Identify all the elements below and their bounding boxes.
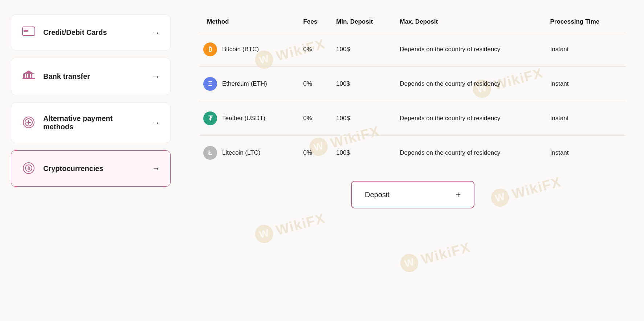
fees-cell: 0% — [298, 32, 331, 67]
alternative-label: Alternative payment methods — [43, 114, 145, 131]
svg-text:₿: ₿ — [28, 166, 30, 171]
credit-debit-arrow: → — [152, 28, 160, 37]
eth-icon: Ξ — [203, 77, 217, 91]
method-cell: ₿ Bitcoin (BTC) — [203, 42, 293, 56]
svg-rect-4 — [28, 74, 30, 78]
fees-cell: 0% — [298, 101, 331, 136]
min-deposit-cell: 100$ — [331, 136, 395, 170]
method-cell: Ξ Ethereum (ETH) — [203, 77, 293, 91]
alternative-arrow: → — [152, 118, 160, 127]
table-row: ₮ Teather (USDT) 0% 100$ Depends on the … — [200, 101, 626, 136]
min-deposit-cell: 100$ — [331, 67, 395, 101]
deposit-label: Deposit — [365, 191, 390, 199]
svg-rect-2 — [23, 74, 25, 78]
col-processing-time: Processing Time — [545, 15, 626, 32]
payment-item-alternative[interactable]: Alternative payment methods → — [11, 102, 171, 143]
svg-rect-6 — [23, 78, 35, 79]
method-cell: ₮ Teather (USDT) — [203, 111, 293, 125]
payment-item-crypto[interactable]: ₿ Cryptocurrencies → — [11, 150, 171, 187]
crypto-icon: ₿ — [21, 162, 36, 175]
bank-icon — [21, 70, 36, 83]
method-name: Ethereum (ETH) — [222, 80, 267, 88]
method-name: Litecoin (LTC) — [222, 149, 261, 157]
max-deposit-cell: Depends on the country of residency — [395, 32, 545, 67]
processing-time-cell: Instant — [545, 101, 626, 136]
right-panel: Method Fees Min. Deposit Max. Deposit Pr… — [182, 0, 644, 321]
bank-transfer-label: Bank transfer — [43, 72, 145, 81]
table-header-row: Method Fees Min. Deposit Max. Deposit Pr… — [200, 15, 626, 32]
plus-icon: + — [456, 190, 461, 200]
processing-time-cell: Instant — [545, 136, 626, 170]
crypto-arrow: → — [152, 164, 160, 173]
card-icon — [21, 27, 36, 38]
processing-time-cell: Instant — [545, 32, 626, 67]
max-deposit-cell: Depends on the country of residency — [395, 67, 545, 101]
table-row: Ξ Ethereum (ETH) 0% 100$ Depends on the … — [200, 67, 626, 101]
btc-icon: ₿ — [203, 42, 217, 56]
fees-cell: 0% — [298, 67, 331, 101]
max-deposit-cell: Depends on the country of residency — [395, 136, 545, 170]
ltc-icon: Ł — [203, 146, 217, 160]
col-min-deposit: Min. Deposit — [331, 15, 395, 32]
fees-cell: 0% — [298, 136, 331, 170]
method-name: Bitcoin (BTC) — [222, 46, 259, 53]
table-row: ₿ Bitcoin (BTC) 0% 100$ Depends on the c… — [200, 32, 626, 67]
col-max-deposit: Max. Deposit — [395, 15, 545, 32]
col-fees: Fees — [298, 15, 331, 32]
left-panel: Credit/Debit Cards → Bank transfer → — [0, 0, 182, 321]
usdt-icon: ₮ — [203, 111, 217, 125]
payment-item-bank-transfer[interactable]: Bank transfer → — [11, 58, 171, 95]
svg-marker-7 — [23, 70, 34, 74]
credit-debit-label: Credit/Debit Cards — [43, 28, 145, 37]
page-container: W WikiFX W WikiFX W WikiFX W WikiFX W Wi… — [0, 0, 644, 321]
processing-time-cell: Instant — [545, 67, 626, 101]
crypto-label: Cryptocurrencies — [43, 164, 145, 173]
payment-item-credit-debit[interactable]: Credit/Debit Cards → — [11, 15, 171, 50]
svg-rect-1 — [24, 30, 28, 32]
method-cell: Ł Litecoin (LTC) — [203, 146, 293, 160]
col-method: Method — [200, 15, 298, 32]
min-deposit-cell: 100$ — [331, 32, 395, 67]
svg-rect-5 — [31, 74, 32, 78]
table-row: Ł Litecoin (LTC) 0% 100$ Depends on the … — [200, 136, 626, 170]
alt-payment-icon — [21, 117, 36, 129]
deposit-button[interactable]: Deposit + — [351, 181, 474, 208]
max-deposit-cell: Depends on the country of residency — [395, 101, 545, 136]
deposit-button-row: Deposit + — [200, 181, 626, 208]
bank-transfer-arrow: → — [152, 72, 160, 81]
crypto-table: Method Fees Min. Deposit Max. Deposit Pr… — [200, 15, 626, 170]
svg-rect-3 — [26, 74, 27, 78]
method-name: Teather (USDT) — [222, 115, 265, 122]
min-deposit-cell: 100$ — [331, 101, 395, 136]
